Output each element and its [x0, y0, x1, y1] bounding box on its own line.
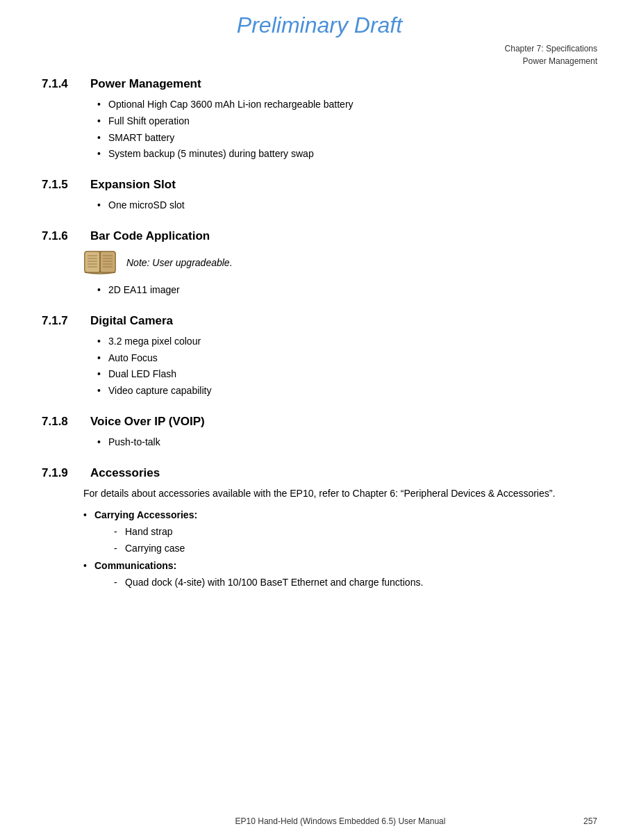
section-716: 7.1.6 Bar Code Application — [42, 229, 597, 299]
section-bullets-717: 3.2 mega pixel colour Auto Focus Dual LE… — [42, 333, 597, 400]
section-num-716: 7.1.6 — [42, 229, 78, 243]
section-title-719: Accessories — [90, 466, 160, 480]
comms-sub-list: Quad dock (4-site) with 10/100 BaseT Eth… — [94, 575, 597, 591]
list-item: 2D EA11 imager — [97, 282, 597, 299]
list-item: Video capture capability — [97, 383, 597, 400]
list-item: SMART battery — [97, 130, 597, 147]
book-icon — [83, 249, 117, 277]
list-item: 3.2 mega pixel colour — [97, 333, 597, 350]
list-item: Hand strap — [114, 524, 597, 541]
list-item: Carrying case — [114, 541, 597, 557]
list-item: Push-to-talk — [97, 434, 597, 451]
footer-manual-text: EP10 Hand-Held (Windows Embedded 6.5) Us… — [0, 816, 639, 826]
note-box: Note: User upgradeable. — [83, 249, 597, 277]
acc-label-carrying: Carrying Accessories: — [94, 509, 197, 520]
section-heading-717: 7.1.7 Digital Camera — [42, 314, 597, 328]
svg-rect-2 — [100, 252, 115, 272]
page-footer: EP10 Hand-Held (Windows Embedded 6.5) Us… — [0, 816, 639, 826]
section-title-718: Voice Over IP (VOIP) — [90, 415, 205, 429]
section-num-715: 7.1.5 — [42, 178, 78, 192]
list-item: Carrying Accessories: Hand strap Carryin… — [83, 507, 597, 557]
section-num-717: 7.1.7 — [42, 314, 78, 328]
main-content: 7.1.4 Power Management Optional High Cap… — [0, 70, 639, 634]
carrying-sub-list: Hand strap Carrying case — [94, 524, 597, 557]
section-num-718: 7.1.8 — [42, 415, 78, 429]
section-heading-718: 7.1.8 Voice Over IP (VOIP) — [42, 415, 597, 429]
chapter-header: Chapter 7: Specifications Power Manageme… — [0, 42, 639, 70]
section-heading-719: 7.1.9 Accessories — [42, 466, 597, 480]
list-item: Communications: Quad dock (4-site) with … — [83, 557, 597, 591]
page-title: Preliminary Draft — [0, 0, 639, 42]
accessories-list: Carrying Accessories: Hand strap Carryin… — [42, 507, 597, 591]
acc-label-comms: Communications: — [94, 560, 176, 571]
section-bullets-715: One microSD slot — [42, 197, 597, 214]
section-title-715: Expansion Slot — [90, 178, 176, 192]
footer-page-number: 257 — [583, 816, 597, 826]
section-717: 7.1.7 Digital Camera 3.2 mega pixel colo… — [42, 314, 597, 400]
section-title-714: Power Management — [90, 77, 201, 91]
section-num-719: 7.1.9 — [42, 466, 78, 480]
section-bullets-716: 2D EA11 imager — [42, 282, 597, 299]
list-item: Quad dock (4-site) with 10/100 BaseT Eth… — [114, 575, 597, 591]
list-item: Dual LED Flash — [97, 366, 597, 383]
chapter-line1: Chapter 7: Specifications — [0, 42, 597, 55]
list-item: Optional High Cap 3600 mAh Li-ion rechar… — [97, 97, 597, 113]
list-item: Auto Focus — [97, 350, 597, 367]
note-text: Note: User upgradeable. — [126, 257, 233, 268]
section-heading-715: 7.1.5 Expansion Slot — [42, 178, 597, 192]
section-719: 7.1.9 Accessories For details about acce… — [42, 466, 597, 591]
chapter-line2: Power Management — [0, 55, 597, 67]
section-title-716: Bar Code Application — [90, 229, 210, 243]
svg-rect-1 — [85, 252, 100, 272]
list-item: System backup (5 minutes) during battery… — [97, 146, 597, 163]
section-718: 7.1.8 Voice Over IP (VOIP) Push-to-talk — [42, 415, 597, 451]
section-num-714: 7.1.4 — [42, 77, 78, 91]
section-heading-716: 7.1.6 Bar Code Application — [42, 229, 597, 243]
section-title-717: Digital Camera — [90, 314, 173, 328]
section-715: 7.1.5 Expansion Slot One microSD slot — [42, 178, 597, 214]
list-item: One microSD slot — [97, 197, 597, 214]
section-bullets-718: Push-to-talk — [42, 434, 597, 451]
section-714: 7.1.4 Power Management Optional High Cap… — [42, 77, 597, 163]
list-item: Full Shift operation — [97, 113, 597, 130]
section-heading-714: 7.1.4 Power Management — [42, 77, 597, 91]
section-bullets-714: Optional High Cap 3600 mAh Li-ion rechar… — [42, 97, 597, 163]
accessories-intro: For details about accessories available … — [83, 486, 597, 501]
